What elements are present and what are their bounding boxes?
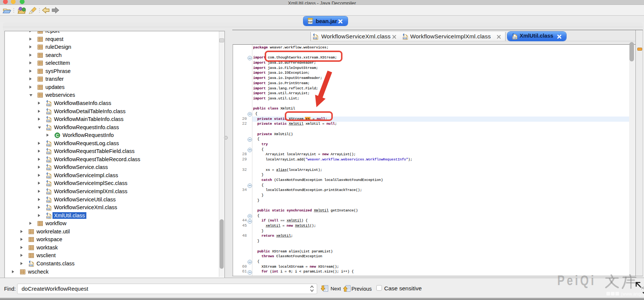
svg-text:010: 010	[403, 37, 407, 39]
svg-text:010: 010	[47, 200, 51, 202]
svg-text:010: 010	[47, 167, 51, 170]
svg-text:010: 010	[47, 103, 51, 106]
svg-text:C: C	[56, 133, 59, 138]
svg-text:010: 010	[47, 192, 51, 194]
svg-text:010: 010	[47, 112, 51, 114]
svg-text:010: 010	[47, 144, 51, 146]
svg-text:010: 010	[29, 264, 33, 267]
svg-text:010: 010	[47, 119, 51, 122]
svg-text:010: 010	[47, 151, 51, 154]
svg-text:010: 010	[47, 176, 51, 178]
svg-text:010: 010	[512, 36, 516, 39]
svg-text:010: 010	[47, 183, 51, 186]
svg-text:010: 010	[308, 20, 312, 23]
svg-text:010: 010	[47, 128, 51, 130]
svg-text:010: 010	[47, 216, 51, 218]
svg-text:010: 010	[47, 208, 51, 210]
svg-text:010: 010	[313, 37, 317, 39]
svg-text:010: 010	[47, 160, 51, 162]
